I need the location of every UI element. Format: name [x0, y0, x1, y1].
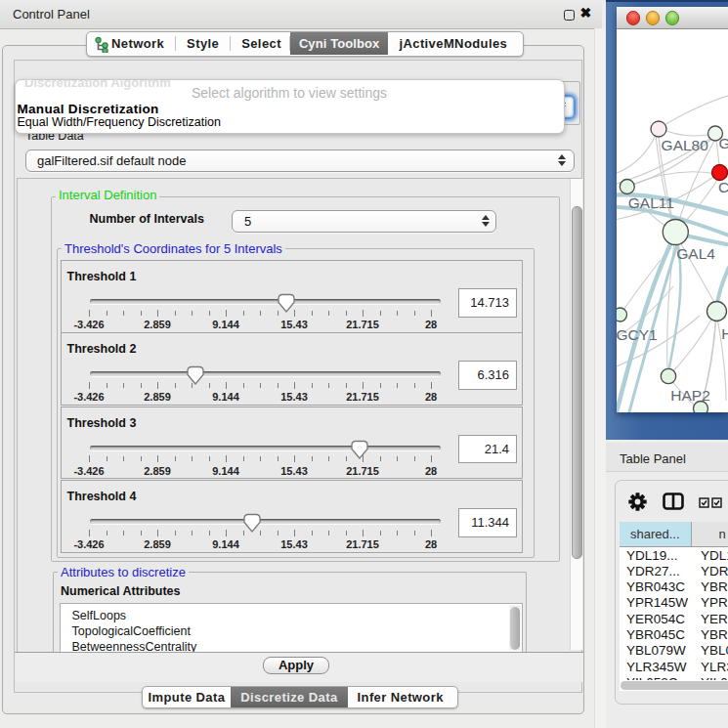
svg-text:GCY1: GCY1	[617, 325, 658, 342]
svg-text:H: H	[721, 324, 728, 341]
svg-text:GAL11: GAL11	[628, 193, 674, 210]
svg-text:G: G	[719, 135, 728, 151]
svg-text:C: C	[718, 179, 728, 195]
svg-text:GAL80: GAL80	[662, 136, 709, 152]
svg-text:GAL4: GAL4	[676, 244, 715, 261]
svg-text:HAP2: HAP2	[670, 387, 710, 404]
